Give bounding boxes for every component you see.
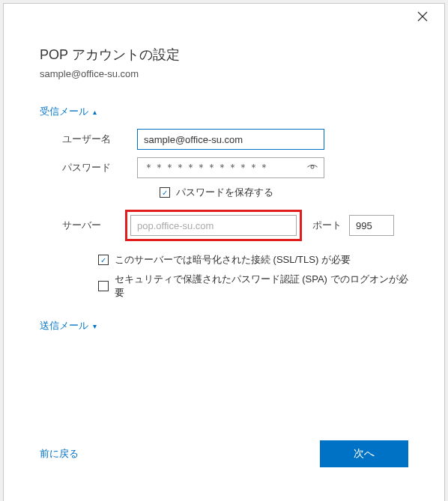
password-label: パスワード [40,161,137,174]
save-password-checkbox[interactable]: ✓ [160,187,170,198]
password-row: パスワード [40,157,408,178]
content-area: POP アカウントの設定 sample@office-su.com 受信メール … [4,4,444,440]
save-password-label: パスワードを保存する [176,186,273,199]
spa-row: セキュリティで保護されたパスワード認証 (SPA) でのログオンが必要 [98,273,408,300]
password-input[interactable] [137,157,324,178]
ssl-row: ✓ このサーバーでは暗号化された接続 (SSL/TLS) が必要 [98,253,408,267]
dialog-window: POP アカウントの設定 sample@office-su.com 受信メール … [3,3,445,501]
dialog-title: POP アカウントの設定 [40,46,408,64]
save-password-row: ✓ パスワードを保存する [160,186,408,199]
ssl-label: このサーバーでは暗号化された接続 (SSL/TLS) が必要 [115,253,351,267]
close-icon [417,11,428,22]
server-highlight-box [125,210,302,241]
server-label: サーバー [40,219,125,232]
incoming-mail-section-toggle[interactable]: 受信メール ▴ [40,105,408,118]
chevron-down-icon: ▾ [93,322,97,330]
account-email: sample@office-su.com [40,68,408,79]
outgoing-mail-section-toggle[interactable]: 送信メール ▾ [40,319,408,333]
footer: 前に戻る 次へ [4,440,444,501]
outgoing-mail-label: 送信メール [40,319,88,333]
port-input[interactable] [349,215,394,236]
back-link[interactable]: 前に戻る [40,447,79,461]
ssl-checkbox[interactable]: ✓ [98,255,109,265]
show-password-icon[interactable] [306,161,318,175]
server-row: サーバー ポート [40,210,408,241]
close-button[interactable] [417,11,432,26]
incoming-mail-label: 受信メール [40,105,88,118]
server-input[interactable] [130,215,297,236]
spa-label: セキュリティで保護されたパスワード認証 (SPA) でのログオンが必要 [115,273,408,300]
username-label: ユーザー名 [40,133,137,146]
next-button[interactable]: 次へ [320,440,408,467]
username-row: ユーザー名 [40,129,408,150]
chevron-up-icon: ▴ [93,108,97,116]
spa-checkbox[interactable] [98,281,109,291]
username-input[interactable] [137,129,324,150]
svg-point-2 [311,166,314,168]
port-label: ポート [312,219,342,232]
